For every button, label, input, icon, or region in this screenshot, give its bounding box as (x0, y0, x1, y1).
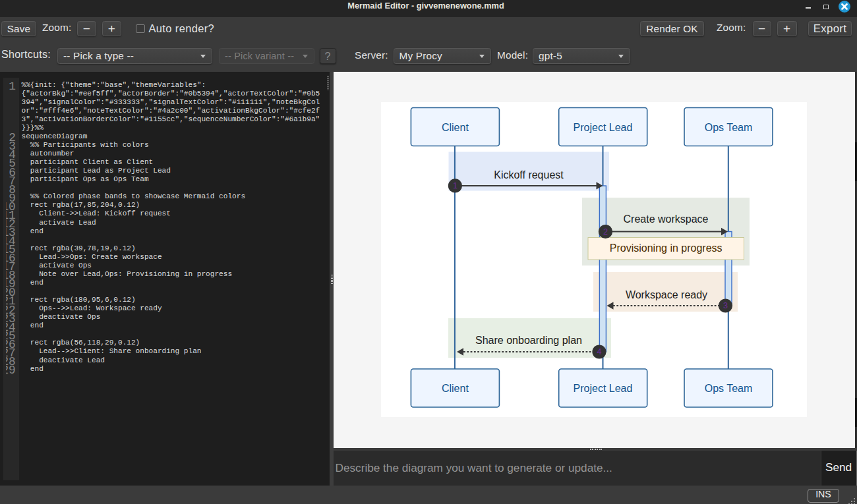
svg-text:3: 3 (723, 301, 728, 310)
svg-text:Client: Client (442, 383, 469, 394)
svg-text:Share onboarding plan: Share onboarding plan (475, 335, 582, 346)
svg-text:Workspace ready: Workspace ready (626, 289, 707, 300)
svg-text:Client: Client (442, 122, 469, 133)
svg-text:Ops Team: Ops Team (705, 383, 753, 394)
svg-text:Project Lead: Project Lead (574, 383, 633, 394)
svg-text:4: 4 (597, 347, 602, 356)
svg-text:Provisioning in progress: Provisioning in progress (610, 242, 723, 254)
svg-text:Create workspace: Create workspace (624, 213, 709, 225)
svg-text:1: 1 (453, 181, 458, 190)
svg-text:2: 2 (603, 227, 608, 237)
svg-text:Kickoff request: Kickoff request (494, 169, 564, 181)
svg-text:Project Lead: Project Lead (574, 122, 633, 133)
svg-text:Ops Team: Ops Team (705, 122, 753, 133)
